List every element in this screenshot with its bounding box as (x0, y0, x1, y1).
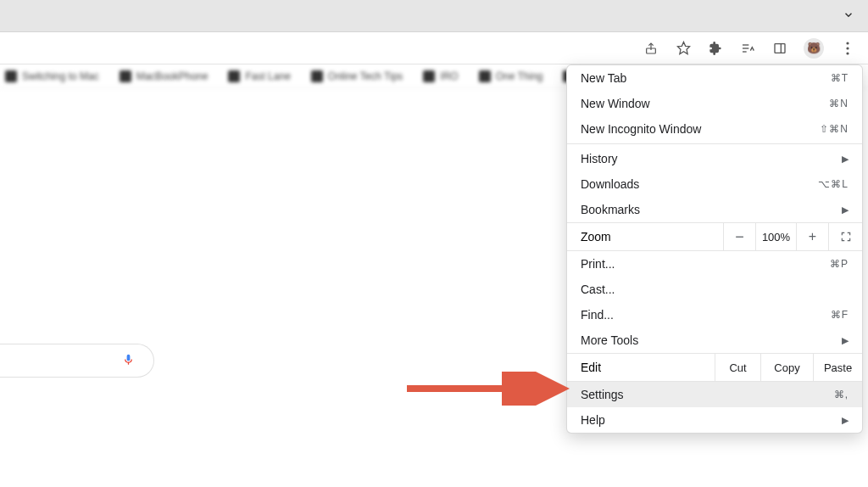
zoom-out-button[interactable]: − (723, 223, 755, 250)
browser-toolbar: 🐻 (0, 32, 868, 64)
cut-button[interactable]: Cut (715, 354, 760, 381)
chevron-right-icon: ▶ (842, 415, 849, 426)
chevron-right-icon: ▶ (842, 335, 849, 346)
reading-list-icon[interactable] (739, 40, 756, 57)
mic-icon[interactable] (122, 351, 135, 371)
window-titlebar (0, 0, 868, 32)
chevron-right-icon: ▶ (842, 204, 849, 216)
menu-help[interactable]: Help ▶ (567, 407, 862, 433)
menu-bookmarks[interactable]: Bookmarks ▶ (567, 197, 862, 222)
bookmark-item[interactable]: Online Tech Tips (311, 70, 403, 82)
star-icon[interactable] (675, 40, 692, 57)
annotation-arrow (402, 372, 571, 406)
bookmark-item[interactable]: MacBookPhone (120, 70, 209, 82)
menu-new-window[interactable]: New Window ⌘N (567, 91, 862, 116)
svg-point-8 (846, 47, 849, 49)
more-menu-button[interactable] (839, 40, 856, 57)
fullscreen-button[interactable] (828, 223, 862, 250)
menu-history[interactable]: History ▶ (567, 146, 862, 171)
svg-point-7 (846, 42, 849, 44)
bookmark-item[interactable]: Switching to Mac (5, 70, 99, 82)
share-icon[interactable] (643, 40, 659, 57)
svg-marker-1 (677, 42, 689, 53)
chevron-right-icon: ▶ (842, 154, 849, 165)
copy-button[interactable]: Copy (760, 354, 813, 381)
menu-find[interactable]: Find... ⌘F (567, 302, 862, 327)
menu-downloads[interactable]: Downloads ⌥⌘L (567, 171, 862, 197)
paste-button[interactable]: Paste (813, 354, 862, 381)
bookmark-item[interactable]: Fast Lane (228, 70, 290, 82)
zoom-label: Zoom (567, 230, 723, 244)
menu-settings[interactable]: Settings ⌘, (567, 382, 862, 407)
extensions-icon[interactable] (707, 40, 724, 57)
menu-new-tab[interactable]: New Tab ⌘T (567, 65, 862, 91)
chrome-menu: New Tab ⌘T New Window ⌘N New Incognito W… (566, 64, 863, 434)
edit-label: Edit (567, 361, 715, 374)
bookmark-item[interactable]: IRO (423, 70, 458, 82)
zoom-value: 100% (755, 223, 796, 250)
svg-rect-5 (775, 43, 785, 53)
search-box[interactable] (0, 344, 154, 378)
bookmark-item[interactable]: One Thing (479, 70, 543, 82)
menu-more-tools[interactable]: More Tools ▶ (567, 327, 862, 353)
svg-point-9 (846, 52, 849, 54)
zoom-in-button[interactable]: + (796, 223, 828, 250)
sidepanel-icon[interactable] (771, 40, 788, 57)
menu-incognito[interactable]: New Incognito Window ⇧⌘N (567, 116, 862, 142)
menu-print[interactable]: Print... ⌘P (567, 251, 862, 277)
menu-edit-row: Edit Cut Copy Paste (567, 353, 862, 382)
profile-avatar[interactable]: 🐻 (804, 38, 824, 59)
menu-cast[interactable]: Cast... (567, 277, 862, 302)
menu-zoom-row: Zoom − 100% + (567, 222, 862, 251)
chevron-down-icon[interactable] (843, 8, 854, 23)
